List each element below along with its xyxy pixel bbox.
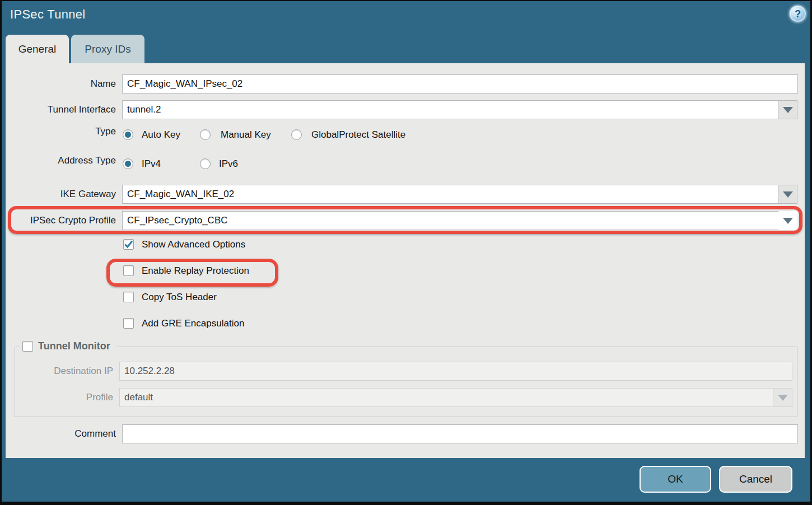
ike-gateway-dropdown-button[interactable] (778, 185, 797, 204)
radio-auto-key[interactable] (123, 129, 133, 140)
tab-proxy-ids[interactable]: Proxy IDs (71, 35, 144, 63)
copy-tos-header-label: Copy ToS Header (142, 292, 217, 302)
comment-input[interactable] (122, 424, 798, 443)
help-icon[interactable]: ? (790, 6, 806, 22)
type-label: Type (0, 126, 116, 137)
ipsec-tunnel-dialog: IPSec Tunnel ? General Proxy IDs Name Tu… (0, 0, 812, 505)
tunnel-monitor-checkbox[interactable] (22, 341, 33, 352)
tunnel-interface-input[interactable] (122, 100, 778, 119)
radio-ipv4[interactable] (123, 158, 133, 169)
copy-tos-header-checkbox[interactable] (123, 292, 134, 302)
chevron-down-icon (778, 395, 788, 401)
radio-ipv6-label: IPv6 (219, 158, 238, 169)
address-type-label: Address Type (0, 155, 116, 166)
tunnel-monitor-legend: Tunnel Monitor (20, 339, 116, 353)
show-advanced-options-label: Show Advanced Options (142, 239, 245, 250)
chevron-down-icon (783, 107, 793, 113)
chevron-down-icon (783, 191, 793, 198)
help-glyph: ? (795, 8, 801, 20)
radio-manual-key[interactable] (200, 129, 211, 140)
ike-gateway-label: IKE Gateway (0, 185, 116, 204)
profile-dropdown-button (773, 388, 792, 407)
ike-gateway-input[interactable] (122, 185, 778, 204)
ipsec-crypto-profile-dropdown-button[interactable] (778, 211, 797, 230)
destination-ip-input (119, 362, 792, 381)
name-input[interactable] (122, 74, 798, 93)
dialog-title: IPSec Tunnel (10, 7, 85, 22)
ok-button[interactable]: OK (640, 466, 711, 493)
profile-input (119, 388, 773, 407)
show-advanced-options-checkbox[interactable] (123, 239, 134, 250)
radio-ipv4-label: IPv4 (142, 158, 161, 169)
tunnel-monitor-label: Tunnel Monitor (38, 340, 110, 352)
destination-ip-label: Destination IP (0, 362, 113, 381)
cancel-button[interactable]: Cancel (719, 466, 792, 493)
radio-ipv6[interactable] (200, 158, 211, 169)
radio-manual-key-label: Manual Key (221, 129, 271, 140)
ipsec-crypto-profile-label: IPSec Crypto Profile (0, 211, 116, 230)
radio-globalprotect-satellite[interactable] (291, 129, 302, 140)
tab-general[interactable]: General (6, 35, 69, 63)
radio-globalprotect-satellite-label: GlobalProtect Satellite (311, 129, 405, 140)
add-gre-encapsulation-label: Add GRE Encapsulation (142, 318, 244, 329)
radio-auto-key-label: Auto Key (142, 129, 180, 140)
enable-replay-protection-label: Enable Replay Protection (142, 265, 249, 276)
tunnel-interface-dropdown-button[interactable] (778, 100, 797, 119)
ipsec-crypto-profile-input[interactable] (122, 211, 778, 230)
add-gre-encapsulation-checkbox[interactable] (123, 318, 134, 329)
radio-dot (125, 161, 131, 167)
name-label: Name (0, 74, 116, 93)
tunnel-interface-label: Tunnel Interface (0, 100, 116, 119)
enable-replay-protection-checkbox[interactable] (123, 265, 134, 276)
comment-label: Comment (0, 424, 116, 443)
checkmark-icon (124, 240, 133, 249)
chevron-down-icon (783, 218, 793, 224)
profile-label: Profile (0, 388, 113, 407)
radio-dot (125, 132, 131, 138)
